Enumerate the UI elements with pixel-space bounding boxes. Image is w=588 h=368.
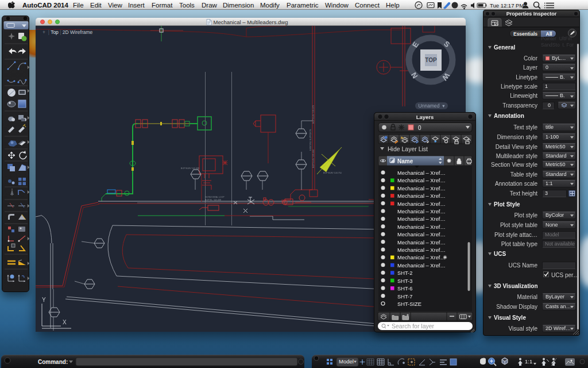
svg-text:BOP ELEV 103.750: BOP ELEV 103.750 [323,172,342,174]
svg-text:BOP ELEV 105.444: BOP ELEV 105.444 [312,150,315,168]
svg-text:Search for layer: Search for layer [392,323,435,329]
svg-text:BOP EL. 102.438: BOP EL. 102.438 [205,199,221,201]
svg-text:Y: Y [42,297,46,303]
svg-text:BOP ELEV 105.378: BOP ELEV 105.378 [312,105,315,124]
svg-text:HORIZONTAL LOOP: HORIZONTAL LOOP [205,196,225,198]
svg-text:EXISTING SUPPORTS: EXISTING SUPPORTS [310,129,312,151]
svg-text:BOP ELEV 102.438: BOP ELEV 102.438 [181,167,199,170]
svg-text:X: X [63,319,67,325]
svg-text:TOP: TOP [425,57,437,63]
